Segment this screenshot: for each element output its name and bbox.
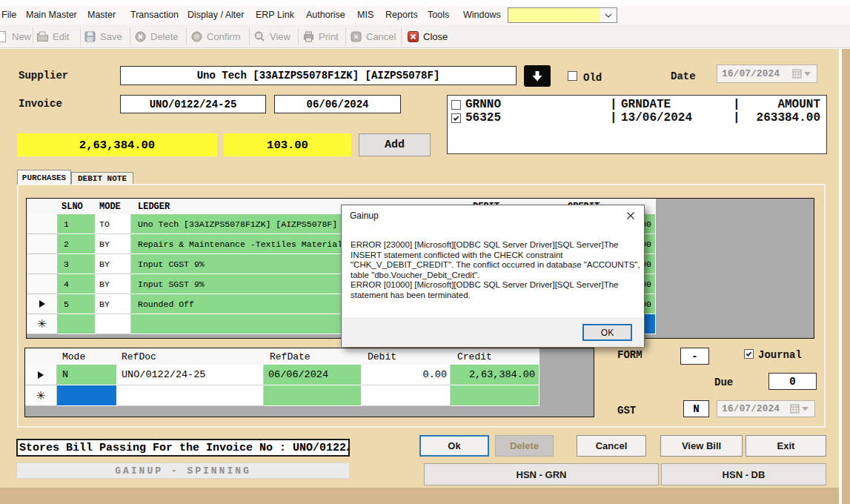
toolbar-cancel-button[interactable]: Cancel (350, 28, 396, 44)
error-dialog: Gainup ERROR [23000] [Microsoft][ODBC SQ… (341, 205, 645, 347)
grn-sep-1: | (610, 98, 617, 111)
gst-value-input[interactable]: N (683, 400, 709, 417)
window-right-border (842, 49, 850, 504)
supplier-label: Supplier (19, 70, 68, 82)
window-title-strip (0, 0, 850, 6)
application-window: File Main Master Master Transaction Disp… (0, 0, 850, 504)
total-amount-field[interactable]: 2,63,384.00 (17, 133, 217, 156)
new-row-icon: ✳ (36, 389, 46, 402)
invoice-date-input[interactable]: 06/06/2024 (274, 95, 401, 113)
toolbar-save-label: Save (100, 31, 122, 42)
toolbar: New Edit Save Delete Confirm View Print (0, 24, 850, 48)
toolbar-new-label: New (12, 31, 31, 42)
dialog-footer: OK (342, 317, 644, 347)
cancel-icon (350, 30, 362, 43)
delete-icon (134, 30, 147, 43)
window-search-combobox[interactable] (508, 7, 617, 23)
menu-display-alter[interactable]: Display / Alter (187, 6, 244, 24)
dialog-close-button[interactable] (625, 210, 637, 222)
tab-purchases[interactable]: PURCHASES (17, 170, 71, 185)
view-magnifier-icon (253, 30, 266, 43)
grn-col-date: GRNDATE (621, 98, 671, 111)
toolbar-edit-button[interactable]: Edit (36, 28, 69, 44)
invoice-number-input[interactable]: UNO/0122/24-25 (120, 95, 266, 113)
col-refdate: RefDate (264, 351, 362, 362)
toolbar-close-label: Close (423, 31, 448, 42)
reference-row-1[interactable]: N UNO/0122/24-25 06/06/2024 0.00 2,63,38… (25, 365, 539, 385)
view-bill-button[interactable]: View Bill (660, 435, 743, 457)
edit-folder-icon (36, 30, 49, 43)
print-icon (302, 30, 315, 43)
menu-reports[interactable]: Reports (385, 6, 418, 24)
due-input[interactable]: 0 (768, 373, 817, 390)
toolbar-confirm-label: Confirm (207, 31, 241, 42)
grn-list-panel[interactable]: GRNNO | GRNDATE | AMOUNT 56325 | 13/06/2… (447, 95, 827, 154)
current-row-icon (38, 371, 44, 379)
journal-label: Journal (758, 349, 802, 361)
hsn-grn-button[interactable]: HSN - GRN (424, 463, 659, 485)
toolbar-delete-label: Delete (150, 31, 179, 42)
old-label: Old (583, 72, 602, 84)
reference-new-row[interactable]: ✳ (25, 385, 539, 406)
menu-master[interactable]: Master (87, 6, 116, 24)
col-ref-mode: Mode (57, 351, 117, 362)
grn-col-amount: AMOUNT (777, 98, 820, 111)
save-floppy-icon (84, 30, 96, 43)
dialog-message: ERROR [23000] [Microsoft][ODBC SQL Serve… (351, 240, 640, 300)
gst-date-input[interactable]: 16/07/2024 (717, 400, 815, 417)
menu-main-master[interactable]: Main Master (26, 6, 77, 24)
toolbar-view-button[interactable]: View (253, 28, 290, 44)
reference-grid[interactable]: Mode RefDoc RefDate Debit Credit N UNO/0… (24, 348, 594, 417)
ok-button[interactable]: Ok (419, 435, 489, 457)
col-refdoc: RefDoc (117, 351, 264, 362)
hsn-db-button[interactable]: HSN - DB (661, 463, 826, 485)
chevron-down-icon[interactable] (600, 8, 617, 22)
calendar-icon (790, 404, 809, 414)
menu-windows[interactable]: Windows (463, 6, 501, 24)
menu-tools[interactable]: Tools (428, 6, 449, 24)
journal-checkbox[interactable] (744, 349, 754, 359)
grn-header-checkbox[interactable] (451, 100, 461, 110)
brand-banner: GAINUP - SPINNING (16, 462, 350, 479)
col-ref-credit: Credit (451, 351, 539, 362)
grn-row-checkbox[interactable] (451, 113, 461, 123)
stores-bill-text[interactable]: Stores Bill Passing For the Invoice No :… (16, 439, 350, 457)
supplier-input[interactable]: Uno Tech [33AIZPS5078F1ZK] [AIZPS5078F] (120, 66, 517, 85)
cancel-button[interactable]: Cancel (577, 435, 646, 457)
grn-sep-2: | (733, 98, 740, 111)
toolbar-delete-button[interactable]: Delete (134, 28, 179, 44)
supplier-lookup-button[interactable] (524, 65, 551, 87)
tab-debit-note[interactable]: DEBIT NOTE (71, 172, 133, 185)
close-icon (407, 30, 419, 43)
date-label: Date (671, 70, 696, 82)
toolbar-save-button[interactable]: Save (84, 28, 122, 44)
toolbar-edit-label: Edit (53, 31, 69, 42)
menu-mis[interactable]: MIS (357, 6, 373, 24)
add-button[interactable]: Add (359, 133, 431, 156)
exit-button[interactable]: Exit (746, 435, 826, 457)
toolbar-print-button[interactable]: Print (302, 28, 339, 44)
calendar-icon (792, 69, 811, 79)
toolbar-confirm-button[interactable]: Confirm (190, 28, 241, 44)
menu-transaction[interactable]: Transaction (130, 6, 179, 24)
menu-bar: File Main Master Master Transaction Disp… (0, 6, 850, 24)
invoice-label: Invoice (19, 98, 62, 110)
toolbar-close-button[interactable]: Close (407, 28, 448, 44)
menu-erp-link[interactable]: ERP Link (256, 6, 294, 24)
menu-authorise[interactable]: Authorise (306, 6, 345, 24)
dialog-ok-button[interactable]: OK (582, 324, 632, 341)
date-input[interactable]: 16/07/2024 (717, 64, 817, 83)
old-checkbox[interactable] (568, 71, 577, 81)
reference-grid-header: Mode RefDoc RefDate Debit Credit (25, 348, 539, 365)
confirm-icon (190, 30, 203, 43)
toolbar-new-button[interactable]: New (0, 28, 31, 44)
col-slno: SLNO (58, 202, 96, 212)
toolbar-cancel-label: Cancel (366, 31, 396, 42)
window-bottom-border (0, 488, 839, 504)
form-value-input[interactable]: - (680, 348, 709, 365)
due-label: Due (714, 377, 733, 388)
toolbar-view-label: View (270, 31, 290, 42)
tax-amount-field[interactable]: 103.00 (224, 133, 351, 156)
delete-button[interactable]: Delete (495, 435, 554, 457)
menu-file[interactable]: File (1, 6, 16, 24)
